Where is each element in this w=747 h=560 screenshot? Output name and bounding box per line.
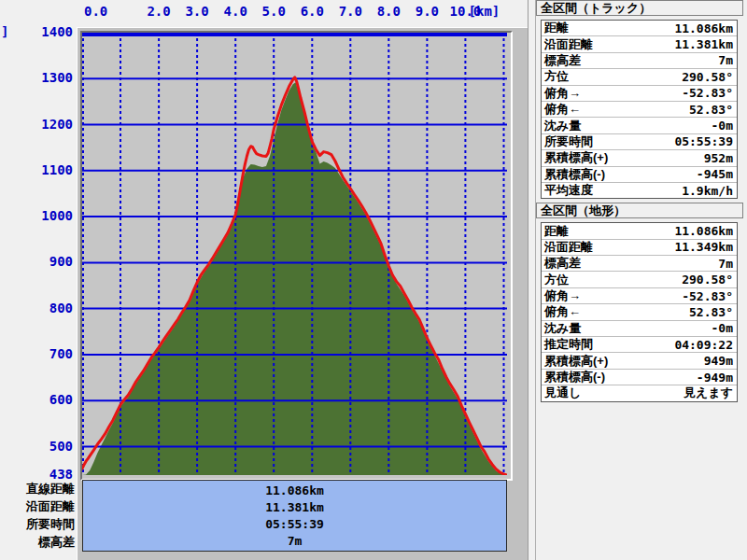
stat-label: 方位 xyxy=(542,272,569,287)
stat-row: 俯角→-52.83° xyxy=(542,288,737,304)
elevation-profile-plot[interactable] xyxy=(82,33,507,475)
y-tick-label: 1300 xyxy=(0,70,73,87)
stat-row: 見通し見えます xyxy=(542,385,737,400)
y-tick-label: 1100 xyxy=(0,162,73,179)
summary-label: 標高差 xyxy=(0,534,78,551)
stat-value: 04:09:22 xyxy=(674,338,737,352)
x-tick-label: 7.0 xyxy=(331,4,369,19)
stat-value: 11.086km xyxy=(674,21,737,35)
stat-value: 952m xyxy=(704,151,737,165)
y-tick-label: 900 xyxy=(0,254,73,271)
stats-panel: 全区間（トラック） 距離11.086km沿面距離11.381km標高差7m方位2… xyxy=(535,0,744,560)
track-section-table: 距離11.086km沿面距離11.381km標高差7m方位290.58°俯角→-… xyxy=(541,20,738,199)
summary-label: 直線距離 xyxy=(0,481,78,497)
stat-label: 俯角→ xyxy=(542,288,581,304)
stat-label: 沈み量 xyxy=(542,118,581,133)
stat-label: 俯角← xyxy=(542,304,581,320)
stat-value: -52.83° xyxy=(682,86,737,100)
stat-row: 沿面距離11.349km xyxy=(542,240,737,256)
stat-value: -0m xyxy=(712,119,737,133)
stat-value: 949m xyxy=(704,354,737,368)
summary-label: 沿面距離 xyxy=(0,498,78,515)
x-tick-label: 9.0 xyxy=(408,4,445,19)
terrain-area xyxy=(82,82,507,475)
x-tick-label: [km] xyxy=(465,4,502,19)
stat-label: 標高差 xyxy=(542,53,581,69)
stat-value: 05:55:39 xyxy=(674,134,737,148)
y-tick-label: 600 xyxy=(0,392,73,409)
x-tick-label: 8.0 xyxy=(370,4,407,19)
stat-value: 11.349km xyxy=(674,240,737,254)
summary-label: 所要時間 xyxy=(0,516,78,533)
stat-row: 沈み量-0m xyxy=(542,118,737,133)
stat-label: 累積標高(-) xyxy=(542,167,605,183)
stat-label: 距離 xyxy=(542,223,569,239)
stat-label: 累積標高(+) xyxy=(542,150,608,166)
track-section-caption: 全区間（トラック） xyxy=(536,0,743,16)
stat-row: 沿面距離11.381km xyxy=(542,36,737,52)
stat-row: 方位290.58° xyxy=(542,272,737,287)
profile-window: ] 0.02.03.04.05.06.07.08.09.010.0[km] 14… xyxy=(0,0,747,560)
stat-value: 見えます xyxy=(684,385,737,400)
stat-row: 標高差7m xyxy=(542,256,737,272)
stat-value: -0m xyxy=(712,321,737,335)
x-tick-label: 3.0 xyxy=(178,4,216,19)
y-tick-label: 1200 xyxy=(0,117,73,133)
stat-row: 平均速度1.9km/h xyxy=(542,183,737,198)
stat-label: 沿面距離 xyxy=(542,36,593,52)
stat-value: 7m xyxy=(718,257,737,271)
y-axis: 14001300120011001000900800700600500438 xyxy=(0,0,78,560)
summary-info-box: 11.086km11.381km05:55:397m xyxy=(82,480,507,552)
y-tick-label: 700 xyxy=(0,346,73,363)
summary-value: 7m xyxy=(83,534,506,548)
stat-row: 所要時間05:55:39 xyxy=(542,134,737,150)
stat-value: 11.086km xyxy=(674,224,737,238)
stat-label: 累積標高(-) xyxy=(542,370,605,385)
stat-label: 累積標高(+) xyxy=(542,353,608,369)
x-tick-label: 2.0 xyxy=(140,4,177,19)
info-labels: 直線距離沿面距離所要時間標高差 xyxy=(0,480,78,552)
stat-label: 見通し xyxy=(542,385,581,400)
stat-row: 俯角←52.83° xyxy=(542,102,737,118)
summary-value: 05:55:39 xyxy=(83,517,506,531)
stat-row: 方位290.58° xyxy=(542,69,737,85)
stat-row: 俯角→-52.83° xyxy=(542,86,737,102)
stat-label: 方位 xyxy=(542,69,569,85)
stat-value: -945m xyxy=(697,167,737,181)
stat-row: 累積標高(+)949m xyxy=(542,353,737,369)
stat-value: -52.83° xyxy=(682,289,737,303)
stat-label: 俯角→ xyxy=(542,86,581,102)
stat-row: 沈み量-0m xyxy=(542,321,737,337)
summary-value: 11.381km xyxy=(83,500,506,514)
x-tick-label: 0.0 xyxy=(84,4,121,19)
x-tick-label: 6.0 xyxy=(293,4,331,19)
x-tick-label: 4.0 xyxy=(217,4,254,19)
stat-row: 累積標高(-)-945m xyxy=(542,167,737,183)
stat-value: 11.381km xyxy=(674,37,737,51)
terrain-section-caption: 全区間（地形） xyxy=(536,203,743,218)
stat-label: 所要時間 xyxy=(542,134,593,150)
stat-label: 沈み量 xyxy=(542,321,581,337)
stat-value: 7m xyxy=(718,53,737,67)
stat-label: 平均速度 xyxy=(542,183,593,198)
stat-row: 俯角←52.83° xyxy=(542,304,737,320)
stat-row: 距離11.086km xyxy=(542,21,737,36)
summary-value: 11.086km xyxy=(83,483,506,497)
stat-row: 累積標高(-)-949m xyxy=(542,370,737,385)
stat-value: 1.9km/h xyxy=(682,184,737,198)
y-tick-label: 1000 xyxy=(0,208,73,225)
stat-row: 累積標高(+)952m xyxy=(542,150,737,166)
y-tick-label: 800 xyxy=(0,301,73,317)
stat-value: 290.58° xyxy=(682,273,737,287)
stat-label: 沿面距離 xyxy=(542,240,593,256)
terrain-section-table: 距離11.086km沿面距離11.349km標高差7m方位290.58°俯角→-… xyxy=(541,222,738,401)
y-tick-label: 1400 xyxy=(0,24,73,41)
stat-value: -949m xyxy=(697,371,737,385)
stat-value: 290.58° xyxy=(682,70,737,84)
stat-value: 52.83° xyxy=(689,103,737,117)
stat-label: 俯角← xyxy=(542,102,581,118)
stat-label: 距離 xyxy=(542,21,569,36)
x-axis: 0.02.03.04.05.06.07.08.09.010.0[km] xyxy=(0,4,532,21)
y-tick-label: 500 xyxy=(0,439,73,455)
x-tick-label: 5.0 xyxy=(255,4,292,19)
